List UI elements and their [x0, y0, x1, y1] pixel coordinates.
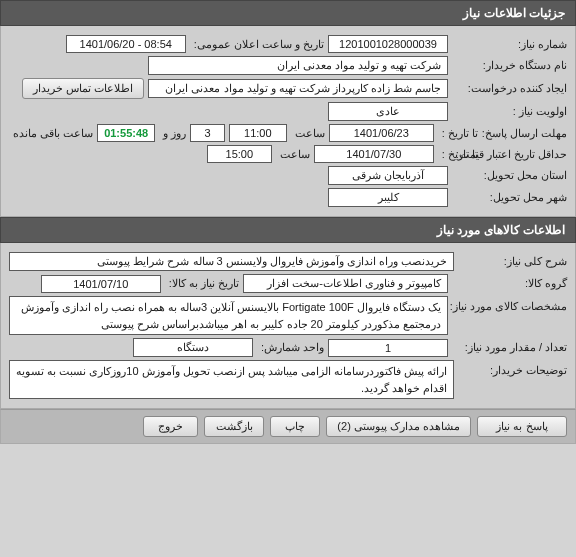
- goods-info-header: اطلاعات کالاهای مورد نیاز: [0, 217, 576, 243]
- unit-label: واحد شمارش:: [257, 341, 324, 354]
- contact-buyer-button[interactable]: اطلاعات تماس خریدار: [22, 78, 144, 99]
- to-date-label: تا تاریخ :: [438, 127, 478, 140]
- need-details-header: جزئیات اطلاعات نیاز: [0, 0, 576, 26]
- desc-field: خریدنصب وراه اندازی وآموزش فایروال ولایس…: [9, 252, 454, 271]
- view-attachments-button[interactable]: مشاهده مدارک پیوستی (2): [326, 416, 471, 437]
- deadline-time-field: 11:00: [229, 124, 287, 142]
- remain-label: ساعت باقی مانده: [9, 127, 93, 140]
- notes-label: توضیحات خریدار:: [458, 360, 567, 377]
- row-notes: توضیحات خریدار: ارائه پیش فاکتوردرسامانه…: [9, 360, 567, 399]
- row-desc: شرح کلی نیاز: خریدنصب وراه اندازی وآموزش…: [9, 252, 567, 271]
- group-label: گروه کالا:: [452, 277, 567, 290]
- qty-field: 1: [328, 339, 448, 357]
- notes-field: ارائه پیش فاکتوردرسامانه الزامی میباشد پ…: [9, 360, 454, 399]
- priority-label: اولویت نیاز :: [452, 105, 567, 118]
- row-province: استان محل تحویل: آذربایجان شرقی: [9, 166, 567, 185]
- row-city: شهر محل تحویل: کلیبر: [9, 188, 567, 207]
- validity-label: حداقل تاریخ اعتبار قیمت:: [482, 148, 567, 161]
- validity-date-field: 1401/07/30: [314, 145, 434, 163]
- row-buyer: نام دستگاه خریدار: شرکت تهیه و تولید موا…: [9, 56, 567, 75]
- province-field: آذربایجان شرقی: [328, 166, 448, 185]
- respond-button[interactable]: پاسخ به نیاز: [477, 416, 567, 437]
- deadline-label: مهلت ارسال پاسخ:: [482, 127, 567, 140]
- city-label: شهر محل تحویل:: [452, 191, 567, 204]
- section1-title: جزئیات اطلاعات نیاز: [463, 6, 565, 20]
- row-deadline: مهلت ارسال پاسخ: تا تاریخ : 1401/06/23 س…: [9, 124, 567, 142]
- validity-time-field: 15:00: [207, 145, 272, 163]
- announce-field: 1401/06/20 - 08:54: [66, 35, 186, 53]
- unit-field: دستگاه: [133, 338, 253, 357]
- qty-label: تعداد / مقدار مورد نیاز:: [452, 341, 567, 354]
- buyer-field: شرکت تهیه و تولید مواد معدنی ایران: [148, 56, 448, 75]
- days-field: 3: [190, 124, 225, 142]
- need-details-body: شماره نیاز: 1201001028000039 تاریخ و ساع…: [0, 26, 576, 217]
- buyer-label: نام دستگاه خریدار:: [452, 59, 567, 72]
- deadline-time-label: ساعت: [291, 127, 325, 140]
- countdown-value: 01:55:48: [104, 127, 148, 139]
- city-field: کلیبر: [328, 188, 448, 207]
- row-validity: حداقل تاریخ اعتبار قیمت: تا تاریخ : 1401…: [9, 145, 567, 163]
- row-group: گروه کالا: کامپیوتر و فناوری اطلاعات-سخت…: [9, 274, 567, 293]
- group-field: کامپیوتر و فناوری اطلاعات-سخت افزار: [243, 274, 448, 293]
- days-unit-label: روز و: [159, 127, 186, 140]
- validity-to-date-label: تا تاریخ :: [438, 148, 478, 161]
- exit-button[interactable]: خروج: [143, 416, 198, 437]
- section2-title: اطلاعات کالاهای مورد نیاز: [437, 223, 565, 237]
- row-qty: تعداد / مقدار مورد نیاز: 1 واحد شمارش: د…: [9, 338, 567, 357]
- countdown-field: 01:55:48: [97, 124, 155, 142]
- priority-field: عادی: [328, 102, 448, 121]
- print-button[interactable]: چاپ: [270, 416, 320, 437]
- row-requester: ایجاد کننده درخواست: جاسم شط زاده کارپرد…: [9, 78, 567, 99]
- number-field: 1201001028000039: [328, 35, 448, 53]
- footer-toolbar: پاسخ به نیاز مشاهده مدارک پیوستی (2) چاپ…: [0, 409, 576, 444]
- deadline-date-field: 1401/06/23: [329, 124, 434, 142]
- goods-info-body: شرح کلی نیاز: خریدنصب وراه اندازی وآموزش…: [0, 243, 576, 409]
- spec-field: یک دستگاه فایروال Fortigate 100F بالایسن…: [9, 296, 448, 335]
- announce-label: تاریخ و ساعت اعلان عمومی:: [190, 38, 324, 51]
- spec-label: مشخصات کالای مورد نیاز:: [452, 296, 567, 313]
- province-label: استان محل تحویل:: [452, 169, 567, 182]
- validity-time-label: ساعت: [276, 148, 310, 161]
- row-number: شماره نیاز: 1201001028000039 تاریخ و ساع…: [9, 35, 567, 53]
- row-spec: مشخصات کالای مورد نیاز: یک دستگاه فایروا…: [9, 296, 567, 335]
- need-date-label: تاریخ نیاز به کالا:: [165, 277, 239, 290]
- need-date-field: 1401/07/10: [41, 275, 161, 293]
- requester-field: جاسم شط زاده کارپرداز شرکت تهیه و تولید …: [148, 79, 448, 98]
- back-button[interactable]: بازگشت: [204, 416, 264, 437]
- row-priority: اولویت نیاز : عادی: [9, 102, 567, 121]
- desc-label: شرح کلی نیاز:: [458, 255, 567, 268]
- number-label: شماره نیاز:: [452, 38, 567, 51]
- requester-label: ایجاد کننده درخواست:: [452, 82, 567, 95]
